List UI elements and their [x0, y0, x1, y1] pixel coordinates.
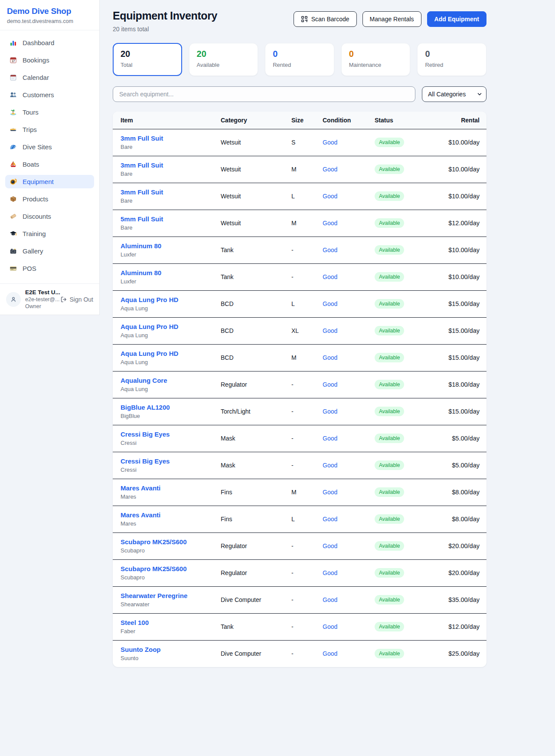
- user-email: e2e-tester@...: [25, 296, 57, 302]
- sidebar: Demo Dive Shop demo.test.divestreams.com…: [0, 0, 100, 315]
- item-condition-link[interactable]: Good: [323, 623, 337, 630]
- item-category: Regulator: [221, 371, 291, 398]
- item-name-link[interactable]: Mares Avanti: [121, 511, 160, 519]
- item-condition-link[interactable]: Good: [323, 247, 337, 253]
- sidebar-item-products[interactable]: Products: [5, 192, 94, 206]
- sidebar-item-tours[interactable]: Tours: [5, 105, 94, 119]
- barcode-scan-icon: [301, 16, 308, 23]
- status-badge: Available: [375, 138, 404, 147]
- item-name-link[interactable]: Aqua Lung Pro HD: [121, 296, 178, 303]
- item-name-link[interactable]: Aluminum 80: [121, 242, 161, 250]
- sidebar-item-pos[interactable]: POS: [5, 262, 94, 275]
- sidebar-item-bookings[interactable]: 17 Bookings: [5, 53, 94, 67]
- sidebar-item-calendar[interactable]: Calendar: [5, 71, 94, 84]
- sidebar-item-dashboard[interactable]: Dashboard: [5, 36, 94, 49]
- item-size: -: [291, 586, 323, 613]
- item-condition-link[interactable]: Good: [323, 220, 337, 227]
- item-category: Regulator: [221, 559, 291, 586]
- item-name-link[interactable]: Aluminum 80: [121, 269, 161, 276]
- stat-card-maintenance[interactable]: 0 Maintenance: [341, 43, 411, 76]
- manage-rentals-button[interactable]: Manage Rentals: [362, 11, 421, 27]
- item-condition-link[interactable]: Good: [323, 139, 337, 146]
- item-size: M: [291, 156, 323, 183]
- item-condition-link[interactable]: Good: [323, 381, 337, 388]
- stat-card-rented[interactable]: 0 Rented: [265, 43, 334, 76]
- item-name-link[interactable]: Shearwater Peregrine: [121, 592, 187, 599]
- stat-value: 0: [273, 49, 326, 59]
- table-row: Steel 100 Faber Tank - Good Available $1…: [113, 613, 486, 640]
- equipment-table: Item Category Size Condition Status Rent…: [113, 112, 486, 667]
- user-role: Owner: [25, 303, 57, 309]
- sidebar-item-equipment[interactable]: Equipment: [5, 175, 94, 188]
- sidebar-item-boats[interactable]: Boats: [5, 158, 94, 171]
- item-name-link[interactable]: Mares Avanti: [121, 484, 160, 492]
- item-category: BCD: [221, 317, 291, 344]
- search-input[interactable]: [113, 86, 415, 102]
- table-row: 3mm Full Suit Bare Wetsuit L Good Availa…: [113, 183, 486, 210]
- item-rental: $10.00/day: [435, 263, 486, 290]
- item-name-link[interactable]: 3mm Full Suit: [121, 135, 163, 142]
- item-rental: $15.00/day: [435, 344, 486, 371]
- item-condition-link[interactable]: Good: [323, 462, 337, 469]
- item-name-link[interactable]: Scubapro MK25/S600: [121, 538, 187, 546]
- sidebar-item-label: POS: [23, 265, 36, 272]
- item-condition-link[interactable]: Good: [323, 542, 337, 549]
- item-condition-link[interactable]: Good: [323, 408, 337, 415]
- sidebar-item-label: Dashboard: [23, 39, 54, 46]
- item-condition-link[interactable]: Good: [323, 300, 337, 307]
- user-name: E2E Test U...: [25, 289, 57, 296]
- stat-card-retired[interactable]: 0 Retired: [417, 43, 486, 76]
- item-name-link[interactable]: BigBlue AL1200: [121, 404, 170, 411]
- status-badge: Available: [375, 407, 404, 416]
- sidebar-item-customers[interactable]: Customers: [5, 88, 94, 102]
- item-name-link[interactable]: 5mm Full Suit: [121, 215, 163, 223]
- sidebar-item-dive-sites[interactable]: Dive Sites: [5, 140, 94, 154]
- sign-out-button[interactable]: Sign Out: [60, 296, 93, 303]
- stat-card-total[interactable]: 20 Total: [113, 43, 182, 76]
- item-condition-link[interactable]: Good: [323, 193, 337, 200]
- item-condition-link[interactable]: Good: [323, 569, 337, 576]
- sidebar-item-gallery[interactable]: Gallery: [5, 244, 94, 258]
- item-condition-link[interactable]: Good: [323, 516, 337, 523]
- item-name-link[interactable]: 3mm Full Suit: [121, 161, 163, 169]
- item-name-link[interactable]: Aqua Lung Pro HD: [121, 350, 178, 357]
- calendar-icon: [10, 74, 17, 81]
- item-condition-link[interactable]: Good: [323, 354, 337, 361]
- status-badge: Available: [375, 218, 404, 228]
- add-equipment-button[interactable]: Add Equipment: [427, 11, 486, 27]
- item-condition-link[interactable]: Good: [323, 650, 337, 657]
- item-size: -: [291, 371, 323, 398]
- item-name-link[interactable]: Scubapro MK25/S600: [121, 565, 187, 572]
- col-header-rental: Rental: [435, 112, 486, 129]
- brand-title[interactable]: Demo Dive Shop: [7, 7, 92, 16]
- stat-label: Maintenance: [349, 62, 403, 68]
- stat-value: 20: [121, 49, 174, 59]
- scan-barcode-button[interactable]: Scan Barcode: [294, 11, 357, 27]
- filter-row: All Categories: [113, 86, 486, 102]
- sidebar-item-trips[interactable]: Trips: [5, 123, 94, 136]
- item-name-link[interactable]: Aqua Lung Pro HD: [121, 323, 178, 330]
- main-content: Equipment Inventory 20 items total: [100, 0, 555, 667]
- category-select[interactable]: All Categories: [422, 86, 486, 102]
- item-condition-link[interactable]: Good: [323, 489, 337, 496]
- item-size: -: [291, 452, 323, 479]
- item-condition-link[interactable]: Good: [323, 435, 337, 442]
- item-condition-link[interactable]: Good: [323, 327, 337, 334]
- stat-card-available[interactable]: 20 Available: [189, 43, 258, 76]
- sidebar-item-discounts[interactable]: Discounts: [5, 210, 94, 223]
- item-name-link[interactable]: Cressi Big Eyes: [121, 431, 170, 438]
- item-rental: $8.00/day: [435, 506, 486, 532]
- item-name-link[interactable]: Suunto Zoop: [121, 646, 160, 653]
- item-name-link[interactable]: Cressi Big Eyes: [121, 457, 170, 465]
- item-name-link[interactable]: Steel 100: [121, 619, 149, 626]
- item-size: M: [291, 344, 323, 371]
- sidebar-item-training[interactable]: Training: [5, 227, 94, 240]
- item-name-link[interactable]: Aqualung Core: [121, 377, 167, 384]
- item-condition-link[interactable]: Good: [323, 166, 337, 173]
- item-condition-link[interactable]: Good: [323, 273, 337, 280]
- stat-value: 20: [197, 49, 251, 59]
- item-name-link[interactable]: 3mm Full Suit: [121, 188, 163, 196]
- item-size: -: [291, 613, 323, 640]
- item-rental: $15.00/day: [435, 398, 486, 425]
- item-condition-link[interactable]: Good: [323, 596, 337, 603]
